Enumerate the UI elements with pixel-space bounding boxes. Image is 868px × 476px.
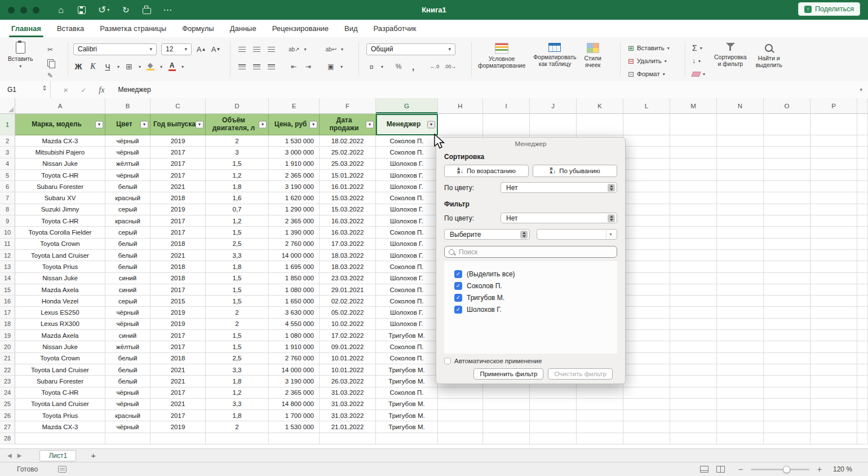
grid-cell[interactable] xyxy=(483,421,530,433)
grid-cell[interactable]: 1,6 xyxy=(206,192,269,204)
grid-cell[interactable]: 05.02.2022 xyxy=(320,307,376,318)
filter-item-3[interactable]: Шолохов Г. xyxy=(448,303,615,315)
grid-cell[interactable]: 3,3 xyxy=(206,364,269,376)
grid-cell[interactable] xyxy=(811,135,857,147)
zoom-slider-thumb[interactable] xyxy=(783,466,790,473)
number-format-select[interactable]: Общий xyxy=(366,43,455,55)
confirm-entry-icon[interactable] xyxy=(81,85,86,95)
grid-cell[interactable]: жёлтый xyxy=(105,341,150,352)
comma-format-button[interactable] xyxy=(408,61,418,72)
grid-cell[interactable] xyxy=(857,273,868,284)
grow-font-button[interactable]: A▲ xyxy=(196,43,206,55)
add-sheet-button[interactable] xyxy=(91,451,96,460)
grid-cell[interactable] xyxy=(206,433,269,444)
grid-cell[interactable]: 23.03.2022 xyxy=(320,273,376,284)
grid-cell[interactable]: 1,5 xyxy=(206,227,269,238)
grid-cell[interactable] xyxy=(530,433,577,444)
grid-cell[interactable] xyxy=(577,433,623,444)
grid-cell[interactable]: Шолохов Г. xyxy=(376,239,438,250)
grid-cell[interactable] xyxy=(670,250,717,261)
row-number-9[interactable]: 9 xyxy=(0,215,15,227)
grid-cell[interactable]: 1 290 000 xyxy=(269,204,320,215)
grid-cell[interactable]: 18.03.2022 xyxy=(320,250,376,261)
grid-cell[interactable]: 16.03.2022 xyxy=(320,215,376,227)
grid-cell[interactable]: Шолохов Г. xyxy=(376,273,438,284)
grid-cell[interactable]: Toyota C-HR xyxy=(15,387,105,399)
grid-cell[interactable]: 2021 xyxy=(150,364,206,376)
tab-4[interactable]: Формулы xyxy=(174,20,222,37)
grid-cell[interactable]: 2018 xyxy=(150,353,206,364)
grid-cell[interactable]: синий xyxy=(105,330,150,341)
grid-cell[interactable] xyxy=(811,341,857,352)
grid-cell[interactable]: 25.03.2022 xyxy=(320,158,376,170)
grid-cell[interactable]: Mazda CX-3 xyxy=(15,421,105,433)
grid-cell[interactable]: 1,2 xyxy=(206,170,269,181)
grid-cell[interactable] xyxy=(483,399,530,410)
grid-cell[interactable] xyxy=(376,433,438,444)
grid-cell[interactable] xyxy=(857,192,868,204)
grid-cell[interactable]: 31.03.2022 xyxy=(320,399,376,410)
grid-cell[interactable] xyxy=(764,410,811,421)
row-number-14[interactable]: 14 xyxy=(0,273,15,284)
grid-cell[interactable]: Toyota Crown xyxy=(15,239,105,250)
cell-styles-button[interactable]: Стилиячеек xyxy=(584,43,601,69)
grid-cell[interactable]: Nissan Juke xyxy=(15,158,105,170)
row-number-10[interactable]: 10 xyxy=(0,227,15,238)
grid-cell[interactable]: Suzuki Jimny xyxy=(15,204,105,215)
filter-by-color-select[interactable]: Нет xyxy=(501,213,617,223)
grid-cell[interactable] xyxy=(764,158,811,170)
grid-cell[interactable] xyxy=(764,364,811,376)
grid-cell[interactable] xyxy=(623,307,670,318)
row-number-21[interactable]: 21 xyxy=(0,353,15,364)
grid-cell[interactable] xyxy=(577,399,623,410)
grid-cell[interactable] xyxy=(15,433,105,444)
grid-cell[interactable] xyxy=(764,284,811,296)
grid-cell[interactable]: 14 000 000 xyxy=(269,250,320,261)
grid-cell[interactable] xyxy=(623,376,670,387)
grid-cell[interactable] xyxy=(670,330,717,341)
column-header-G[interactable]: G xyxy=(376,98,438,113)
row-number-28[interactable]: 28 xyxy=(0,433,15,444)
auto-apply-checkbox[interactable] xyxy=(444,358,451,364)
grid-cell[interactable] xyxy=(438,421,483,433)
grid-cell[interactable] xyxy=(857,227,868,238)
grid-cell[interactable]: 2 365 000 xyxy=(269,215,320,227)
grid-cell[interactable]: 3 xyxy=(206,147,269,158)
grid-cell[interactable] xyxy=(764,204,811,215)
grid-cell[interactable] xyxy=(857,387,868,399)
grid-cell[interactable] xyxy=(764,387,811,399)
grid-cell[interactable] xyxy=(717,158,764,170)
grid-cell[interactable]: 3 000 000 xyxy=(269,147,320,158)
filter-button-col-G[interactable] xyxy=(427,121,435,129)
autosum-button[interactable] xyxy=(692,42,705,54)
grid-cell[interactable] xyxy=(670,158,717,170)
filter-item-checkbox[interactable] xyxy=(454,270,462,278)
zoom-in-button[interactable] xyxy=(817,465,822,474)
share-button[interactable]: Поделиться xyxy=(798,2,860,16)
grid-cell[interactable] xyxy=(764,399,811,410)
underline-button[interactable]: Ч xyxy=(103,61,113,72)
grid-cell[interactable] xyxy=(623,147,670,158)
row-number-27[interactable]: 27 xyxy=(0,421,15,433)
grid-cell[interactable]: 1,5 xyxy=(206,158,269,170)
grid-cell[interactable] xyxy=(717,387,764,399)
align-right-button[interactable] xyxy=(266,61,276,72)
filter-item-2[interactable]: Тригубов М. xyxy=(448,292,615,303)
grid-cell[interactable]: Subaru XV xyxy=(15,192,105,204)
grid-cell[interactable] xyxy=(623,170,670,181)
grid-cell[interactable]: 14 800 000 xyxy=(269,399,320,410)
column-header-J[interactable]: J xyxy=(530,98,577,113)
grid-cell[interactable] xyxy=(670,353,717,364)
grid-cell[interactable]: Mazda CX-3 xyxy=(15,135,105,147)
grid-cell[interactable]: 2019 xyxy=(150,319,206,330)
grid-cell[interactable] xyxy=(269,433,320,444)
sort-ascending-button[interactable]: По возрастанию xyxy=(444,165,529,177)
grid-cell[interactable] xyxy=(717,192,764,204)
grid-cell[interactable] xyxy=(811,250,857,261)
grid-cell[interactable] xyxy=(623,204,670,215)
grid-cell[interactable] xyxy=(764,307,811,318)
grid-cell[interactable] xyxy=(811,307,857,318)
grid-cell[interactable]: Соколов П. xyxy=(376,353,438,364)
grid-cell[interactable] xyxy=(764,135,811,147)
decrease-indent-button[interactable] xyxy=(289,61,299,72)
